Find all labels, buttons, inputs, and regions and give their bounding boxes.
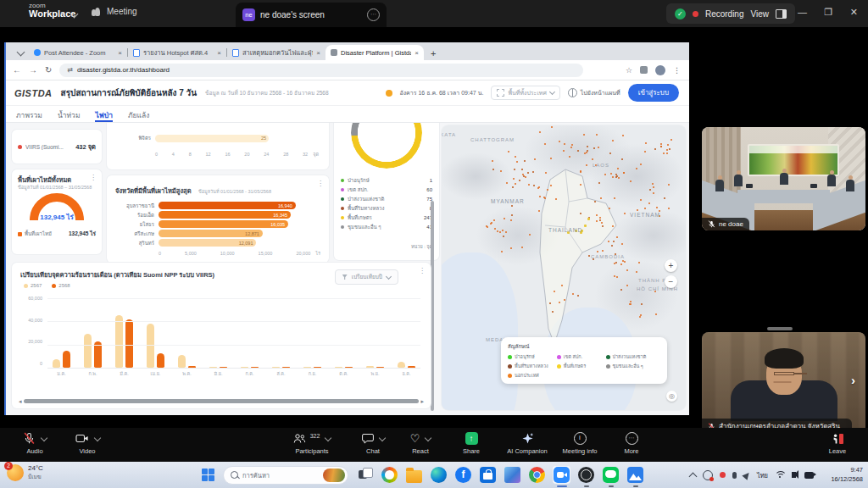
app-button[interactable] bbox=[504, 467, 520, 483]
browser-tab-2[interactable]: รายงาน Hotspot ศสด.4 × bbox=[128, 45, 226, 60]
reload-icon[interactable]: ↻ bbox=[45, 65, 52, 75]
view-button[interactable]: View bbox=[751, 9, 770, 19]
video-thumbnail-meeting-room[interactable]: ne doae bbox=[702, 127, 865, 230]
close-tab-icon[interactable]: × bbox=[415, 49, 419, 57]
map-label: LKATA bbox=[442, 132, 456, 137]
browser-menu-icon[interactable]: ⋮ bbox=[673, 66, 681, 75]
address-bar[interactable]: ⇄ disaster.gistda.or.th/dashboard bbox=[59, 64, 583, 77]
scroll-right-icon[interactable]: ▸ bbox=[420, 398, 424, 405]
search-box[interactable]: การค้นหา bbox=[223, 466, 348, 485]
leave-button[interactable]: Leave bbox=[815, 431, 860, 455]
chat-button[interactable]: Chat bbox=[349, 431, 397, 455]
video-button[interactable]: Video bbox=[63, 431, 112, 455]
participants-caret[interactable] bbox=[325, 434, 331, 441]
bar bbox=[220, 367, 227, 369]
close-tab-icon[interactable]: × bbox=[316, 49, 320, 57]
login-button[interactable]: เข้าสู่ระบบ bbox=[628, 84, 679, 102]
horizontal-scrollbar[interactable] bbox=[24, 399, 419, 403]
zoom-in-button[interactable]: + bbox=[665, 259, 677, 272]
edge-browser-button[interactable] bbox=[431, 467, 447, 483]
security-shield-icon[interactable]: ✓ bbox=[675, 8, 686, 19]
video-thumbnail-speaker[interactable]: สำนักงานเกษตรอำเภอลำดวน จังหวัดสุริน... bbox=[702, 332, 865, 435]
bookmark-star-icon[interactable]: ☆ bbox=[626, 66, 632, 75]
bar-label: ศรีสะเกษ bbox=[115, 230, 154, 238]
site-info-icon[interactable]: ⇄ bbox=[67, 66, 73, 74]
legend-item: ป่าอนุรักษ์ bbox=[508, 353, 554, 360]
start-button[interactable] bbox=[202, 469, 214, 481]
go-to-map-link[interactable]: ไปยังหน้าแผนที่ bbox=[568, 88, 620, 97]
compare-year-dropdown[interactable]: เปรียบเทียบปี bbox=[335, 269, 398, 285]
weather-widget[interactable]: 2 24°C มีเมฆ bbox=[7, 464, 43, 481]
axis-tick: 32 bbox=[303, 152, 308, 157]
scroll-left-icon[interactable]: ◂ bbox=[19, 398, 22, 405]
tab-wildfire-active[interactable]: ไฟป่า bbox=[95, 106, 112, 122]
tab-shared-screen[interactable]: ne ne doae's screen ⋯ bbox=[236, 3, 387, 27]
microsoft-store-button[interactable] bbox=[480, 467, 496, 483]
extensions-icon[interactable] bbox=[640, 66, 648, 74]
kebab-menu-icon[interactable]: ⋮ bbox=[419, 267, 426, 274]
profile-avatar[interactable] bbox=[655, 65, 665, 75]
share-button[interactable]: ↑ Share bbox=[448, 431, 495, 455]
tab-overview[interactable]: ภาพรวม bbox=[16, 106, 42, 122]
location-icon[interactable] bbox=[742, 470, 751, 480]
tray-overflow-chevron[interactable] bbox=[688, 472, 697, 480]
browser-tab-4-active[interactable]: Disaster Platform | Gistda × bbox=[326, 45, 424, 60]
view-layout-icon[interactable] bbox=[776, 9, 787, 19]
participants-button[interactable]: 322 Participants bbox=[280, 431, 344, 455]
minimize-button[interactable]: — bbox=[798, 8, 807, 17]
facebook-button[interactable]: f bbox=[455, 467, 471, 483]
recording-status-icon[interactable] bbox=[720, 472, 726, 478]
tab-title: สาเหตุหมอกควันไฟและฝุ่นละอองตาม... bbox=[242, 47, 313, 58]
close-button[interactable]: ✕ bbox=[850, 8, 858, 17]
ai-companion-button[interactable]: AI Companion bbox=[497, 431, 558, 455]
locate-button[interactable]: ◎ bbox=[666, 391, 677, 402]
more-button[interactable]: ⋯ More bbox=[610, 431, 653, 455]
tab-drought[interactable]: ภัยแล้ง bbox=[128, 106, 149, 122]
react-button[interactable]: ♡ React bbox=[398, 431, 442, 455]
photos-button[interactable] bbox=[627, 467, 643, 483]
screen-record-icon[interactable] bbox=[703, 470, 713, 480]
tab-meeting[interactable]: Meeting bbox=[92, 7, 137, 16]
maximize-button[interactable]: ❐ bbox=[824, 8, 832, 17]
back-icon[interactable]: ← bbox=[13, 65, 21, 75]
close-tab-icon[interactable]: × bbox=[217, 49, 221, 57]
kebab-menu-icon[interactable]: ⋮ bbox=[317, 180, 324, 187]
bars bbox=[335, 298, 353, 368]
zoom-app-active[interactable] bbox=[553, 466, 570, 484]
tab-search-chevron-icon[interactable] bbox=[17, 48, 25, 57]
vertical-scrollbar[interactable] bbox=[431, 201, 434, 411]
tab-flood[interactable]: น้ำท่วม bbox=[58, 106, 81, 122]
audio-button[interactable]: Audio bbox=[10, 431, 59, 455]
new-tab-button[interactable]: + bbox=[431, 48, 436, 58]
chrome-button[interactable] bbox=[529, 467, 545, 483]
area-selector-dropdown[interactable]: พื้นที่ทั้งประเทศ bbox=[491, 86, 559, 100]
browser-tab-1[interactable]: Post Attendee - Zoom × bbox=[29, 45, 127, 60]
copilot-button[interactable] bbox=[381, 467, 398, 483]
close-tab-icon[interactable]: × bbox=[118, 49, 122, 57]
mic-in-use-icon[interactable] bbox=[732, 472, 737, 479]
bar bbox=[188, 366, 196, 368]
recording-dot-icon bbox=[693, 11, 698, 17]
chat-caret[interactable] bbox=[378, 434, 385, 441]
video-options-caret[interactable] bbox=[93, 434, 100, 441]
forward-icon[interactable]: → bbox=[29, 65, 37, 75]
volume-icon[interactable] bbox=[792, 472, 796, 478]
meeting-info-button[interactable]: i Meeting info bbox=[553, 431, 607, 455]
wifi-icon[interactable] bbox=[775, 471, 785, 479]
line-button[interactable] bbox=[603, 467, 619, 483]
hotspot-map[interactable]: LKATA CHATTOGRAM LAOS MYANMAR THAILAND V… bbox=[442, 125, 686, 410]
tab-options-icon[interactable]: ⋯ bbox=[367, 8, 380, 21]
taskbar-clock[interactable]: 9:47 16/12/2568 bbox=[831, 465, 863, 485]
file-explorer-button[interactable] bbox=[406, 470, 422, 483]
kebab-menu-icon[interactable]: ⋮ bbox=[90, 174, 97, 181]
zoom-out-button[interactable]: − bbox=[665, 275, 677, 288]
thumbnail-drag-handle[interactable] bbox=[767, 327, 793, 330]
react-caret[interactable] bbox=[425, 434, 431, 441]
camera-in-use-icon[interactable] bbox=[804, 472, 814, 479]
language-indicator[interactable]: ไทย bbox=[757, 470, 768, 480]
browser-tab-3[interactable]: สาเหตุหมอกควันไฟและฝุ่นละอองตาม... × bbox=[227, 45, 326, 60]
next-participant-chevron[interactable]: › bbox=[851, 373, 855, 387]
obs-button[interactable] bbox=[578, 467, 594, 483]
task-view-button[interactable] bbox=[357, 467, 373, 483]
audio-options-caret[interactable] bbox=[41, 434, 47, 441]
